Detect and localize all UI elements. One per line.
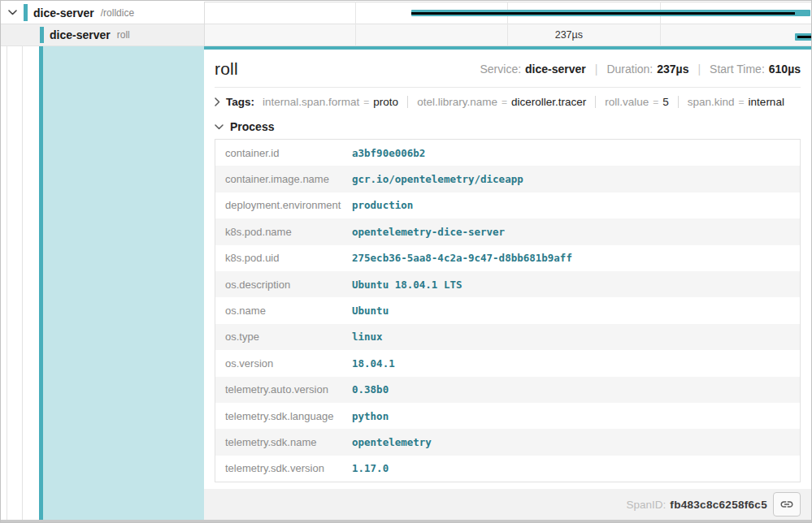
process-table-row: telemetry.sdk.language python [215, 403, 800, 429]
span-duration-label: 237µs [555, 24, 583, 45]
chevron-right-icon [215, 97, 220, 106]
tag-equals: = [502, 97, 507, 108]
tag-equals: = [653, 97, 658, 108]
tag-key: roll.value [605, 96, 649, 108]
process-table-row: os.version 18.04.1 [215, 350, 800, 376]
process-table-row: k8s.pod.name opentelemetry-dice-server [215, 218, 800, 244]
span-row-roll[interactable]: 237µs dice-server roll [1, 24, 811, 46]
operation-name: /rolldice [101, 7, 134, 19]
link-icon [779, 497, 794, 512]
process-key: container.id [215, 147, 352, 159]
tag-value: diceroller.tracer [511, 96, 586, 108]
span-id-value: fb483c8c6258f6c5 [670, 499, 767, 511]
process-key: telemetry.sdk.name [215, 436, 352, 448]
process-key: container.image.name [215, 173, 352, 185]
process-table-row: telemetry.sdk.name opentelemetry [215, 429, 800, 455]
process-key: os.type [215, 331, 352, 343]
process-value: linux [352, 331, 383, 343]
service-label: Service: [480, 63, 521, 76]
tag-key: internal.span.format [263, 96, 359, 108]
span-rows: dice-server /rolldice 237µs dice-server … [1, 1, 811, 46]
tag-value: 5 [662, 96, 669, 108]
tag-key: span.kind [688, 96, 735, 108]
process-value: Ubuntu 18.04.1 LTS [352, 279, 462, 291]
process-value: production [352, 199, 413, 211]
process-value: 275ecb36-5aa8-4c2a-9c47-d8bb681b9aff [352, 252, 572, 264]
process-key: os.description [215, 279, 352, 291]
operation-name: roll [117, 29, 130, 41]
process-key: deployment.environment [215, 199, 352, 211]
selected-span-highlight[interactable] [43, 46, 204, 522]
process-key: os.name [215, 305, 352, 317]
process-value: Ubuntu [352, 305, 389, 317]
span-bar-roll[interactable] [795, 33, 812, 41]
span-bar-stripe [797, 36, 812, 38]
process-label: Process [230, 120, 274, 133]
trace-detail-view: dice-server /rolldice 237µs dice-server … [0, 0, 812, 523]
detail-header-meta: Service: dice-server | Duration: 237µs |… [480, 63, 801, 76]
tag-value: proto [373, 96, 398, 108]
process-table-row: os.name Ubuntu [215, 297, 800, 323]
start-time-label: Start Time: [710, 63, 765, 76]
tag-item: roll.value = 5 [595, 96, 669, 108]
indent-guide [7, 46, 7, 522]
service-color-bar [24, 4, 28, 21]
deep-link-button[interactable] [773, 492, 801, 517]
meta-separator: | [697, 63, 701, 76]
span-bar-rolldice[interactable] [411, 10, 810, 16]
tag-item: internal.span.format = proto [263, 96, 398, 108]
process-value: opentelemetry-dice-server [352, 226, 505, 238]
process-key: telemetry.auto.version [215, 383, 352, 395]
tags-summary: internal.span.format = proto otel.librar… [263, 96, 784, 108]
process-key: k8s.pod.name [215, 226, 352, 238]
tag-item: otel.library.name = diceroller.tracer [407, 96, 586, 108]
tag-equals: = [739, 97, 745, 108]
span-name-cell-roll[interactable]: dice-server roll [1, 24, 204, 45]
timeline-gridline [660, 2, 661, 46]
chevron-down-icon[interactable] [7, 10, 17, 15]
service-value: dice-server [525, 63, 586, 76]
start-time-value: 610µs [769, 63, 801, 76]
indent-guide [22, 46, 23, 522]
bottom-scrollbar-track[interactable] [1, 520, 811, 522]
tags-label: Tags: [226, 96, 254, 108]
process-key: os.version [215, 357, 352, 370]
process-table-row: os.type linux [215, 324, 800, 350]
process-value: 18.04.1 [352, 357, 395, 370]
process-table-row: telemetry.auto.version 0.38b0 [215, 377, 800, 403]
process-key: k8s.pod.uid [215, 252, 352, 264]
indent-column [1, 46, 204, 522]
tag-item: span.kind = internal [678, 96, 784, 108]
meta-separator: | [595, 63, 598, 76]
process-key: telemetry.sdk.version [215, 462, 352, 474]
span-name-cell-rolldice[interactable]: dice-server /rolldice [1, 2, 204, 24]
span-row-rolldice[interactable]: dice-server /rolldice [1, 2, 811, 24]
process-value: gcr.io/opentelemetry/diceapp [352, 173, 523, 185]
process-accordion-toggle[interactable]: Process [215, 120, 801, 133]
process-value: opentelemetry [352, 436, 432, 448]
tag-equals: = [363, 97, 369, 108]
service-color-bar [40, 27, 44, 43]
header-divider [215, 87, 801, 88]
process-value: 1.17.0 [352, 462, 389, 474]
process-table-row: container.id a3bf90e006b2 [215, 140, 800, 166]
chevron-down-icon [215, 124, 224, 130]
process-value: python [352, 410, 389, 422]
process-key-values-table: container.id a3bf90e006b2 container.imag… [215, 139, 801, 482]
service-name: dice-server [50, 28, 111, 41]
span-detail-row: roll Service: dice-server | Duration: 23… [1, 46, 811, 522]
process-table-row: deployment.environment production [215, 192, 800, 218]
process-table-row: container.image.name gcr.io/opentelemetr… [215, 166, 800, 192]
process-value: 0.38b0 [352, 383, 389, 395]
span-operation-title: roll [215, 59, 238, 79]
detail-header: roll Service: dice-server | Duration: 23… [215, 59, 801, 79]
tags-accordion-toggle[interactable]: Tags: internal.span.format = proto otel.… [215, 96, 801, 108]
timeline-gridline [507, 2, 508, 46]
timeline-gridline [355, 2, 356, 46]
duration-label: Duration: [606, 63, 653, 76]
process-table-row: k8s.pod.uid 275ecb36-5aa8-4c2a-9c47-d8bb… [215, 245, 800, 271]
service-name: dice-server [33, 6, 94, 19]
duration-value: 237µs [657, 63, 688, 76]
tag-value: internal [749, 96, 784, 108]
process-key: telemetry.sdk.language [215, 410, 352, 422]
